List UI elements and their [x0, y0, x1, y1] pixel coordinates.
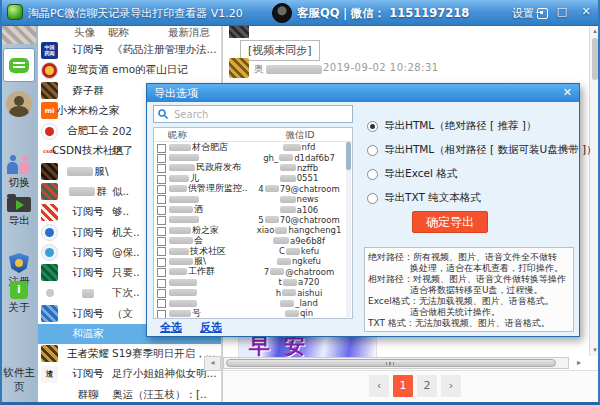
export-table-row[interactable]: haishui: [154, 287, 352, 297]
maximize-button[interactable]: □: [554, 5, 570, 19]
export-table-row[interactable]: 材合肥店nfd: [154, 142, 352, 152]
export-table-row[interactable]: 酒a106: [154, 204, 352, 214]
row-wechat-id: 7@chatroom: [251, 267, 347, 277]
row-checkbox[interactable]: [157, 289, 166, 298]
vertical-scrollbar[interactable]: ▴ ▾: [589, 25, 600, 356]
row-checkbox[interactable]: [157, 195, 166, 204]
scroll-down-icon[interactable]: ▾: [590, 346, 600, 354]
row-checkbox[interactable]: [157, 237, 166, 246]
export-table-row[interactable]: ta720: [154, 277, 352, 287]
redacted-text: [280, 175, 296, 182]
page-prev-button[interactable]: ‹: [369, 375, 389, 397]
export-table-row[interactable]: 供管理所监控..479@chatroom: [154, 184, 352, 194]
scrollbar-thumb[interactable]: [226, 359, 556, 367]
export-option-3[interactable]: 导出Excel 格式: [367, 167, 457, 181]
sidebar-item-switch[interactable]: 切换: [0, 156, 38, 190]
app-icon: [7, 4, 23, 20]
redacted-text: [279, 154, 293, 161]
contact-list-header: 头像 昵称 最新消息: [38, 25, 221, 40]
message-avatar: [229, 58, 249, 78]
page-1-button[interactable]: 1: [393, 375, 413, 397]
dialog-close-button[interactable]: ✕: [563, 86, 572, 99]
redacted-text: [169, 268, 187, 275]
table-scrollbar[interactable]: [346, 142, 351, 317]
redacted-text: [169, 144, 191, 151]
scroll-up-icon[interactable]: ▴: [590, 27, 600, 35]
sidebar-item-homepage[interactable]: 软件主页: [0, 366, 38, 394]
redacted-text: [277, 258, 291, 265]
contact-row[interactable]: 渣订阅号足疗小姐姐神似女明...: [38, 364, 221, 384]
row-checkbox[interactable]: [157, 175, 166, 184]
row-checkbox[interactable]: [157, 279, 166, 288]
search-box[interactable]: [153, 105, 353, 123]
row-checkbox[interactable]: [157, 216, 166, 225]
contact-last-message: 《药品注册管理办法...: [112, 43, 220, 57]
list-scroll-arrow[interactable]: ◂: [204, 356, 221, 371]
contact-row[interactable]: 中国药闻订阅号《药品注册管理办法...: [38, 40, 221, 60]
radio-icon[interactable]: [367, 145, 378, 156]
row-checkbox[interactable]: [157, 247, 166, 256]
minimize-button[interactable]: –: [530, 5, 546, 19]
export-table-row[interactable]: 工作群7@chatroom: [154, 267, 352, 277]
app-window: 淘晶PC微信聊天记录导出打印查看器 V1.20 客服QQ｜微信： 1151197…: [0, 0, 600, 405]
contact-name: 订阅号: [56, 205, 120, 219]
row-checkbox[interactable]: [157, 185, 166, 194]
contact-name: 订阅号: [56, 367, 120, 381]
row-checkbox[interactable]: [157, 258, 166, 267]
row-wechat-id: nfd: [251, 142, 347, 152]
select-all-link[interactable]: 全选: [160, 320, 182, 335]
export-option-4[interactable]: 导出TXT 纯文本格式: [367, 191, 481, 205]
row-checkbox[interactable]: [157, 310, 166, 319]
sidebar-item-about[interactable]: i 关于: [0, 281, 38, 315]
radio-icon[interactable]: [367, 169, 378, 180]
row-checkbox[interactable]: [157, 268, 166, 277]
redacted-text: [286, 248, 300, 255]
row-nickname: 号: [169, 307, 251, 319]
dialog-header[interactable]: 导出选项 ✕: [147, 84, 579, 102]
row-wechat-id: xiaohangcheng1: [251, 225, 347, 235]
redacted-sender-name: [266, 65, 322, 74]
row-checkbox[interactable]: [157, 227, 166, 236]
search-icon: [158, 109, 168, 119]
window-title: 淘晶PC微信聊天记录导出打印查看器 V1.20: [28, 6, 243, 21]
page-next-button[interactable]: ›: [441, 375, 461, 397]
export-table-row[interactable]: 号qin: [154, 308, 352, 318]
row-checkbox[interactable]: [157, 144, 166, 153]
row-wechat-id: a9e6b8f: [251, 236, 347, 246]
confirm-export-button[interactable]: 确定导出: [412, 211, 488, 233]
contact-name: 合肥工会: [56, 124, 120, 138]
scroll-right-arrow[interactable]: ▸: [573, 358, 585, 368]
row-checkbox[interactable]: [157, 206, 166, 215]
export-label: 导出: [9, 214, 30, 226]
contact-row[interactable]: 迎驾贡酒emo的霍山日记: [38, 60, 221, 80]
sidebar-masked-thumbnail: [2, 25, 36, 44]
radio-icon[interactable]: [367, 193, 378, 204]
switch-label: 切换: [9, 176, 30, 188]
redacted-text: [169, 237, 193, 244]
contact-row[interactable]: 群聊奥运（汪玉枝）：[..: [38, 385, 221, 405]
invert-selection-link[interactable]: 反选: [200, 320, 222, 335]
scrollbar-thumb[interactable]: [346, 142, 351, 170]
row-checkbox[interactable]: [157, 164, 166, 173]
page-2-button[interactable]: 2: [417, 375, 437, 397]
sidebar-item-wechat[interactable]: [3, 48, 35, 82]
row-wechat-id: nzffb: [251, 163, 347, 173]
sidebar-item-export[interactable]: 导出: [0, 197, 38, 228]
row-checkbox[interactable]: [157, 154, 166, 163]
contact-name: 订阅号: [56, 266, 120, 280]
row-checkbox[interactable]: [157, 299, 166, 308]
row-nickname: [169, 279, 251, 286]
option-label: 导出TXT 纯文本格式: [384, 191, 481, 205]
wechat-chat-icon: [9, 58, 29, 73]
export-option-1[interactable]: 导出HTML（绝对路径 [ 推荐 ]）: [367, 119, 536, 133]
horizontal-scrollbar[interactable]: [223, 357, 569, 369]
close-button[interactable]: ✕: [578, 5, 594, 19]
contact-row[interactable]: 王者荣耀S19赛季明日开启，...: [38, 344, 221, 364]
redacted-text: [169, 258, 193, 265]
sidebar-item-contacts[interactable]: [6, 91, 32, 117]
redacted-text: [282, 289, 296, 296]
export-option-2[interactable]: 导出HTML（相对路径 [ 数据可装U盘携带 ]）: [367, 143, 597, 157]
search-input[interactable]: [172, 108, 348, 121]
scrollbar-thumb[interactable]: [592, 38, 598, 80]
radio-icon[interactable]: [367, 121, 378, 132]
